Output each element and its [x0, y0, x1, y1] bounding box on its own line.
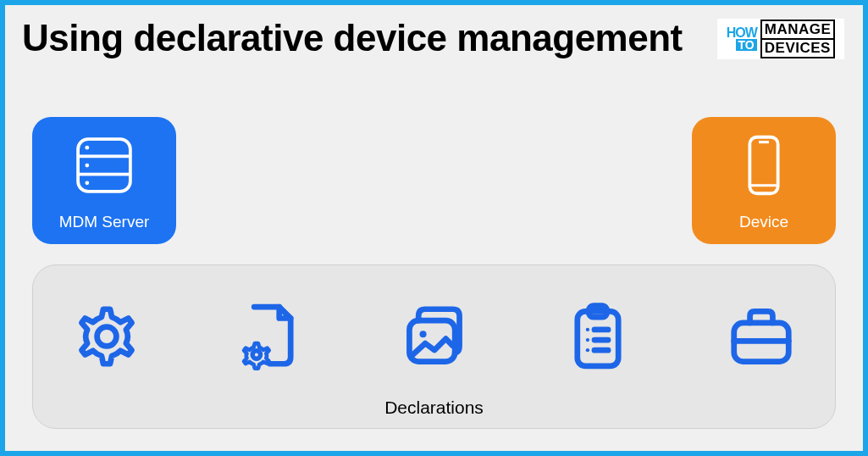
- svg-point-9: [97, 327, 117, 347]
- svg-point-4: [85, 164, 89, 168]
- declarations-label: Declarations: [384, 398, 484, 418]
- phone-icon: [732, 133, 796, 201]
- svg-point-10: [252, 351, 260, 359]
- svg-point-12: [419, 331, 426, 337]
- file-gear-icon: [234, 300, 307, 376]
- photos-icon: [398, 300, 471, 376]
- clipboard-list-icon: [561, 300, 634, 376]
- declarations-panel: Declarations: [32, 264, 836, 429]
- logo-text-how: HOW: [727, 27, 757, 39]
- svg-point-5: [85, 181, 89, 185]
- device-card: Device: [692, 117, 836, 244]
- mdm-server-label: MDM Server: [59, 213, 150, 231]
- declarations-icon-row: [70, 284, 798, 392]
- svg-point-19: [586, 348, 589, 352]
- server-icon: [72, 133, 136, 201]
- briefcase-icon: [725, 300, 798, 376]
- svg-point-17: [586, 338, 589, 342]
- mdm-server-card: MDM Server: [32, 117, 176, 244]
- svg-point-3: [85, 146, 89, 150]
- logo-text-devices: DEVICES: [760, 38, 836, 58]
- logo-text-to: TO: [736, 39, 757, 52]
- page-title: Using declarative device management: [22, 17, 683, 59]
- brand-logo: HOW TO MANAGE DEVICES: [717, 19, 844, 59]
- gear-icon: [70, 300, 143, 376]
- logo-text-manage: MANAGE: [760, 19, 836, 38]
- svg-point-15: [586, 328, 589, 331]
- device-label: Device: [739, 213, 788, 231]
